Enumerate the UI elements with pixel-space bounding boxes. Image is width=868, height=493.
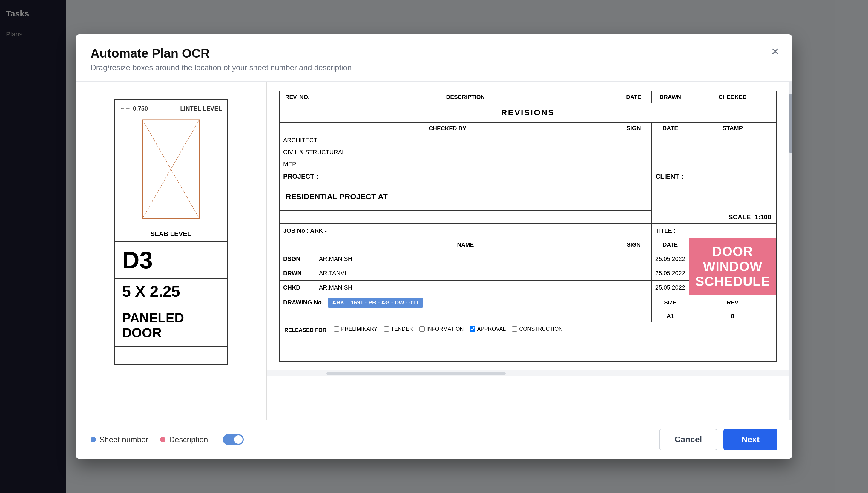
information-checkbox[interactable] xyxy=(419,326,425,331)
legend: Sheet number Description xyxy=(90,434,244,445)
table-row: A1 0 xyxy=(280,310,776,322)
drawing-no-empty xyxy=(280,310,652,322)
next-button[interactable]: Next xyxy=(724,429,778,450)
door-diagram-panel: ←→ 0.750 LINTEL LEVEL xyxy=(75,82,267,420)
content-scroll[interactable]: ←→ 0.750 LINTEL LEVEL xyxy=(75,82,793,420)
stamp-cell xyxy=(689,134,776,170)
civil-label: CIVIL & STRUCTURAL xyxy=(280,146,616,158)
door-size: 5 X 2.25 xyxy=(122,282,220,300)
modal-footer: Sheet number Description Cancel Next xyxy=(75,420,793,459)
drwn-name: AR.TANVI xyxy=(315,266,616,281)
slab-level-label: SLAB LEVEL xyxy=(151,230,192,238)
scale-empty xyxy=(280,211,652,223)
architect-date xyxy=(651,134,689,146)
mep-sign xyxy=(616,158,651,170)
drawn-header: DRAWN xyxy=(651,91,689,103)
description-dot xyxy=(160,437,165,442)
checkbox-construction: CONSTRUCTION xyxy=(512,327,567,333)
checkbox-information: INFORMATION xyxy=(419,327,470,333)
bottom-empty xyxy=(280,337,776,361)
civil-sign xyxy=(616,146,651,158)
released-for-row: RELEASED FOR PRELIMINARY xyxy=(280,322,776,337)
table-row: PROJECT : CLIENT : xyxy=(280,170,776,183)
toggle-knob xyxy=(234,435,243,444)
sheet-number-legend: Sheet number xyxy=(90,435,148,444)
title-block-table: REV. NO. DESCRIPTION DATE DRAWN CHECKED … xyxy=(279,91,776,361)
mep-date xyxy=(651,158,689,170)
horizontal-scrollbar[interactable] xyxy=(267,370,789,377)
drawing-no-row: DRAWING No. ARK – 1691 - PB - AG - DW - … xyxy=(280,295,652,310)
mep-label: MEP xyxy=(280,158,616,170)
modal-body: ←→ 0.750 LINTEL LEVEL xyxy=(75,82,793,420)
door-measure-value: 0.750 xyxy=(133,105,148,112)
table-row: SCALE 1:100 xyxy=(280,211,776,223)
door-id: D3 xyxy=(122,248,220,272)
date-col-header2: DATE xyxy=(651,238,689,252)
preliminary-checkbox[interactable] xyxy=(334,326,339,331)
tender-checkbox[interactable] xyxy=(384,326,389,331)
revisions-header: REVISIONS xyxy=(280,103,776,123)
sign-col-header: SIGN xyxy=(616,123,651,134)
table-row: ARCHITECT xyxy=(280,134,776,146)
checked-by-col: CHECKED BY xyxy=(280,123,616,134)
chkd-sign xyxy=(616,281,651,295)
title-label: TITLE : xyxy=(651,223,776,238)
scrollbar-thumb xyxy=(327,372,506,375)
date-header: DATE xyxy=(616,91,651,103)
dsgn-name: AR.MANISH xyxy=(315,252,616,266)
architect-sign xyxy=(616,134,651,146)
description-header: DESCRIPTION xyxy=(315,91,616,103)
client-value xyxy=(651,183,776,211)
vertical-scrollbar[interactable] xyxy=(789,82,793,420)
table-row: DRAWING No. ARK – 1691 - PB - AG - DW - … xyxy=(280,295,776,310)
description-label: Description xyxy=(169,435,208,444)
toggle-switch[interactable] xyxy=(223,434,244,445)
approval-checkbox[interactable] xyxy=(470,326,475,331)
drawing-no-label: DRAWING No. xyxy=(283,299,323,306)
architect-label: ARCHITECT xyxy=(280,134,616,146)
drwn-date: 25.05.2022 xyxy=(651,266,689,281)
size-label: SIZE xyxy=(651,295,689,310)
modal-subtitle: Drag/resize boxes around the location of… xyxy=(90,63,778,72)
sign-col-header2: SIGN xyxy=(616,238,651,252)
dsgn-date: 25.05.2022 xyxy=(651,252,689,266)
checked-header: CHECKED xyxy=(689,91,776,103)
dsgn-label: DSGN xyxy=(280,252,315,266)
modal-header: Automate Plan OCR Drag/resize boxes arou… xyxy=(75,34,793,82)
drwn-label: DRWN xyxy=(280,266,315,281)
table-row xyxy=(280,337,776,361)
rev-no-header: REV. NO. xyxy=(280,91,315,103)
footer-buttons: Cancel Next xyxy=(659,429,778,450)
chkd-date: 25.05.2022 xyxy=(651,281,689,295)
modal-overlay: Automate Plan OCR Drag/resize boxes arou… xyxy=(0,0,868,493)
automate-ocr-modal: Automate Plan OCR Drag/resize boxes arou… xyxy=(75,34,793,459)
description-legend: Description xyxy=(160,435,208,444)
project-label: PROJECT : xyxy=(280,170,652,183)
close-button[interactable]: × xyxy=(771,45,779,58)
scale-value: SCALE 1:100 xyxy=(651,211,776,223)
door-svg xyxy=(141,118,201,220)
sheet-number-label: Sheet number xyxy=(99,435,148,444)
lintel-level-label: LINTEL LEVEL xyxy=(180,105,222,112)
drwn-sign xyxy=(616,266,651,281)
chkd-label: CHKD xyxy=(280,281,315,295)
checkbox-tender: TENDER xyxy=(384,327,419,333)
sheet-number-dot xyxy=(90,437,96,442)
table-row: RESIDENTIAL PROJECT AT xyxy=(280,183,776,211)
role-col xyxy=(280,238,315,252)
checkbox-preliminary: PRELIMINARY xyxy=(334,327,384,333)
project-name: RESIDENTIAL PROJECT AT xyxy=(280,183,652,211)
name-col-header: NAME xyxy=(315,238,616,252)
construction-checkbox[interactable] xyxy=(512,326,517,331)
door-image-area xyxy=(115,112,227,226)
cancel-button[interactable]: Cancel xyxy=(659,429,717,450)
title-value: DOOR WINDOW SCHEDULE xyxy=(689,238,776,295)
dsgn-sign xyxy=(616,252,651,266)
job-no: JOB No : ARK - xyxy=(280,223,652,238)
released-for-label: RELEASED FOR xyxy=(284,327,327,333)
civil-date xyxy=(651,146,689,158)
table-row: NAME SIGN DATE DOOR WINDOW SCHEDULE xyxy=(280,238,776,252)
table-row: JOB No : ARK - TITLE : xyxy=(280,223,776,238)
client-label: CLIENT : xyxy=(651,170,776,183)
door-measure-arrow: ←→ xyxy=(120,105,131,112)
